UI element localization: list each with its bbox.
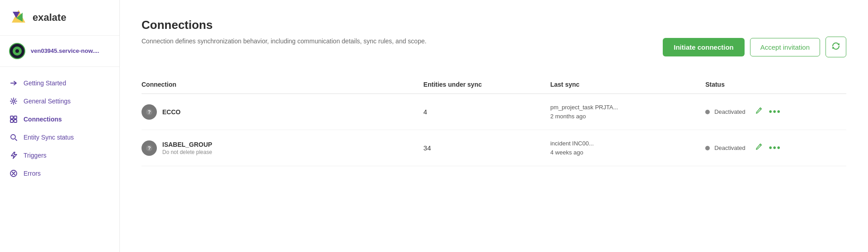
connection-icon: ? [142, 104, 157, 120]
page-header: Connection defines synchronization behav… [142, 37, 846, 57]
edit-button[interactable] [755, 107, 763, 117]
x-circle-icon [9, 169, 18, 178]
account-name: ven03945.service-now.... [31, 47, 99, 55]
grid-icon [9, 115, 18, 124]
status-dot [705, 146, 710, 150]
logo-text: exalate [33, 12, 66, 23]
sidebar-item-label: Triggers [24, 152, 47, 159]
sidebar-item-label: Entity Sync status [24, 134, 74, 141]
sidebar-item-label: Getting Started [24, 79, 66, 87]
sidebar-item-triggers[interactable]: Triggers [0, 146, 119, 164]
edit-button[interactable] [755, 143, 763, 153]
sidebar-item-label: Connections [24, 116, 62, 123]
exalate-logo-icon [9, 8, 28, 27]
sidebar-item-connections[interactable]: Connections [0, 110, 119, 128]
table-header: Connection Entities under sync Last sync… [142, 75, 846, 94]
status-label: Deactivated [714, 108, 745, 115]
more-options-button[interactable]: ••• [769, 107, 781, 117]
status-label: Deactivated [714, 145, 745, 151]
entities-count: 34 [424, 144, 431, 152]
sidebar-item-label: Errors [24, 170, 41, 177]
sidebar-item-entity-sync-status[interactable]: Entity Sync status [0, 128, 119, 146]
col-connection: Connection [142, 75, 424, 94]
status-actions-cell: Deactivated ••• [705, 143, 839, 153]
sidebar-item-general-settings[interactable]: General Settings [0, 92, 119, 110]
last-sync: incident INC00... 4 weeks ago [550, 139, 698, 157]
sidebar-nav: Getting Started General Settings Conne [0, 67, 119, 252]
sidebar-item-label: General Settings [24, 98, 71, 105]
col-last-sync: Last sync [550, 75, 705, 94]
last-sync-line1: pm_project_task PRJTA... [550, 103, 698, 112]
status-cell: Deactivated [705, 145, 745, 151]
avatar [9, 43, 25, 59]
col-entities: Entities under sync [424, 75, 551, 94]
connections-table: Connection Entities under sync Last sync… [142, 75, 846, 166]
connection-cell: ? ECCO [142, 104, 416, 120]
svg-point-3 [13, 100, 15, 103]
status-dot [705, 110, 710, 114]
row-actions: ••• [755, 143, 781, 153]
last-sync-line2: 2 months ago [550, 112, 698, 121]
page-title: Connections [142, 18, 846, 32]
col-status: Status [705, 75, 846, 94]
sidebar-item-getting-started[interactable]: Getting Started [0, 74, 119, 92]
main-content: Connections Connection defines synchroni… [120, 0, 868, 252]
entities-count: 4 [424, 108, 427, 116]
table-row: ? ECCO 4 pm_project_task PRJTA... 2 mont [142, 94, 846, 130]
refresh-icon [831, 42, 840, 53]
table-row: ? ISABEL_GROUP Do not delete please 34 [142, 130, 846, 166]
svg-rect-7 [14, 120, 17, 122]
svg-rect-6 [10, 120, 13, 122]
status-actions-cell: Deactivated ••• [705, 107, 839, 117]
more-options-button[interactable]: ••• [769, 143, 781, 153]
logo-area: exalate [0, 0, 119, 36]
last-sync-line1: incident INC00... [550, 139, 698, 148]
connection-name: ECCO [162, 108, 180, 116]
connection-name: ISABEL_GROUP [162, 141, 212, 148]
connection-sub: Do not delete please [162, 149, 212, 155]
sidebar: exalate ven03945.service-now.... Getting… [0, 0, 120, 252]
connection-cell: ? ISABEL_GROUP Do not delete please [142, 140, 416, 156]
refresh-button[interactable] [826, 37, 846, 57]
svg-text:?: ? [148, 109, 151, 115]
search-icon [9, 133, 18, 142]
account-area[interactable]: ven03945.service-now.... [0, 36, 119, 67]
row-actions: ••• [755, 107, 781, 117]
svg-rect-4 [10, 116, 13, 119]
svg-text:?: ? [148, 145, 151, 151]
arrow-right-icon [9, 79, 18, 88]
svg-point-8 [11, 135, 15, 139]
status-cell: Deactivated [705, 108, 745, 115]
connection-icon: ? [142, 140, 157, 156]
accept-invitation-button[interactable]: Accept invitation [750, 38, 820, 56]
sidebar-item-errors[interactable]: Errors [0, 164, 119, 182]
lightning-icon [9, 151, 18, 160]
header-actions: Initiate connection Accept invitation [663, 37, 846, 57]
last-sync-line2: 4 weeks ago [550, 148, 698, 157]
last-sync: pm_project_task PRJTA... 2 months ago [550, 103, 698, 121]
page-description: Connection defines synchronization behav… [142, 37, 426, 46]
gear-icon [9, 97, 18, 106]
initiate-connection-button[interactable]: Initiate connection [663, 38, 745, 56]
svg-rect-5 [14, 116, 17, 119]
